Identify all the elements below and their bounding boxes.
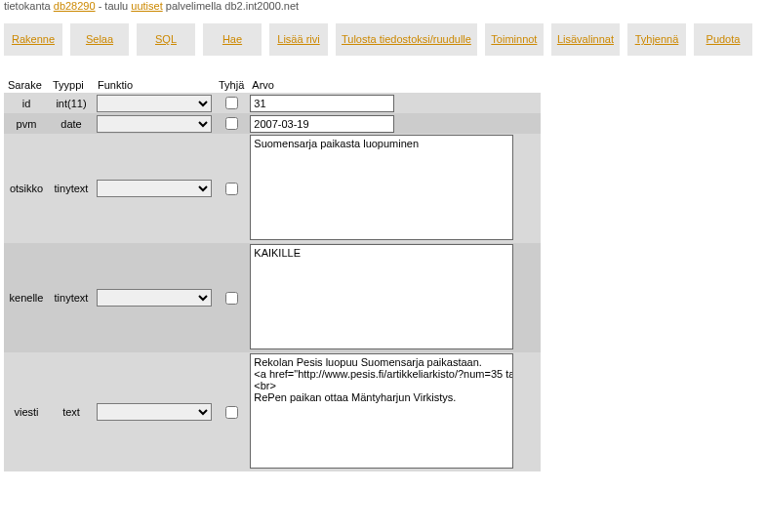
edit-table: Sarake Tyyppi Funktio Tyhjä Arvo id int(… (4, 77, 541, 471)
tab-rakenne[interactable]: Rakenne (4, 23, 62, 56)
tab-hae[interactable]: Hae (203, 23, 262, 56)
breadcrumb-mid: - taulu (96, 0, 132, 12)
tab-bar: Rakenne Selaa SQL Hae Lisää rivi Tulosta… (0, 20, 767, 60)
value-input-pvm[interactable] (250, 115, 394, 133)
col-header-arvo: Arvo (248, 77, 541, 93)
funktio-select-viesti[interactable] (97, 403, 212, 421)
funktio-select-kenelle[interactable] (97, 289, 212, 307)
null-checkbox-kenelle[interactable] (225, 292, 238, 305)
cell-name-id: id (4, 93, 49, 113)
row-kenelle: kenelle tinytext (4, 243, 541, 352)
col-header-tyhja: Tyhjä (215, 77, 248, 93)
null-checkbox-otsikko[interactable] (225, 183, 238, 195)
col-header-tyyppi: Tyyppi (49, 77, 94, 93)
funktio-select-otsikko[interactable] (97, 180, 212, 197)
funktio-select-id[interactable] (97, 95, 212, 112)
tab-tulosta[interactable]: Tulosta tiedostoksi/ruudulle (336, 23, 477, 56)
value-textarea-otsikko[interactable] (250, 135, 513, 240)
value-textarea-kenelle[interactable] (250, 244, 513, 349)
row-id: id int(11) (4, 93, 541, 113)
cell-name-pvm: pvm (4, 113, 49, 134)
db-link[interactable]: db28290 (54, 0, 96, 12)
tab-lisavalinnat[interactable]: Lisävalinnat (551, 23, 620, 56)
col-header-funktio: Funktio (94, 77, 215, 93)
null-checkbox-viesti[interactable] (225, 406, 238, 419)
table-link[interactable]: uutiset (131, 0, 162, 12)
row-pvm: pvm date (4, 113, 541, 134)
value-input-id[interactable] (250, 95, 394, 112)
cell-name-kenelle: kenelle (4, 243, 49, 352)
tab-toiminnot[interactable]: Toiminnot (485, 23, 544, 56)
tab-tyhjenna[interactable]: Tyhjennä (627, 23, 686, 56)
cell-type-id: int(11) (49, 93, 94, 113)
tab-selaa[interactable]: Selaa (70, 23, 129, 56)
breadcrumb: tietokanta db28290 - taulu uutiset palve… (0, 0, 767, 20)
cell-type-otsikko: tinytext (49, 134, 94, 243)
cell-type-pvm: date (49, 113, 94, 134)
tab-sql[interactable]: SQL (137, 23, 195, 56)
funktio-select-pvm[interactable] (97, 115, 212, 133)
value-textarea-viesti[interactable] (250, 353, 513, 469)
row-viesti: viesti text (4, 352, 541, 471)
null-checkbox-id[interactable] (225, 97, 238, 109)
col-header-sarake: Sarake (4, 77, 49, 93)
breadcrumb-prefix: tietokanta (4, 0, 54, 12)
row-otsikko: otsikko tinytext (4, 134, 541, 243)
tab-lisaa-rivi[interactable]: Lisää rivi (269, 23, 328, 56)
cell-type-viesti: text (49, 352, 94, 471)
tab-pudota[interactable]: Pudota (694, 23, 752, 56)
null-checkbox-pvm[interactable] (225, 117, 238, 130)
breadcrumb-suffix: palvelimella db2.int2000.net (163, 0, 299, 12)
cell-name-otsikko: otsikko (4, 134, 49, 243)
header-row: Sarake Tyyppi Funktio Tyhjä Arvo (4, 77, 541, 93)
cell-name-viesti: viesti (4, 352, 49, 471)
cell-type-kenelle: tinytext (49, 243, 94, 352)
